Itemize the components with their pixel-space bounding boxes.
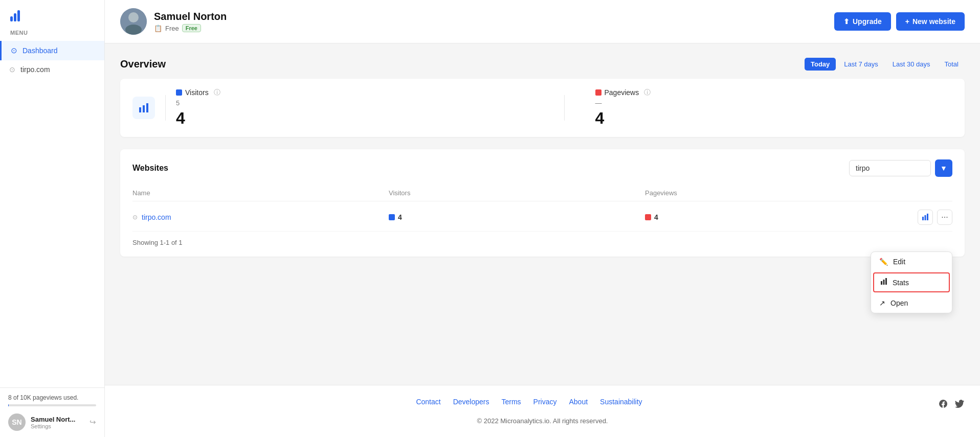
- more-icon: ···: [941, 213, 948, 221]
- new-website-label: New website: [912, 17, 955, 26]
- footer-link-privacy[interactable]: Privacy: [533, 398, 557, 406]
- logout-icon[interactable]: ↪: [90, 418, 96, 427]
- filter-30days[interactable]: Last 30 days: [886, 58, 937, 71]
- plan-icon: 📋: [154, 25, 162, 32]
- pageviews-cell: 4: [645, 213, 901, 221]
- visitors-value: 4: [176, 109, 533, 128]
- time-filters: Today Last 7 days Last 30 days Total: [805, 58, 965, 71]
- upgrade-icon: ⬆: [843, 17, 850, 26]
- visitors-info-icon[interactable]: ⓘ: [214, 88, 220, 97]
- svg-rect-8: [927, 214, 928, 220]
- websites-title: Websites: [132, 164, 168, 173]
- showing-label: Showing 1-1 of 1: [132, 239, 952, 246]
- stats-card-icon: [132, 97, 155, 119]
- svg-point-1: [128, 12, 139, 22]
- upgrade-button[interactable]: ⬆ Upgrade: [834, 12, 891, 31]
- svg-point-2: [125, 25, 142, 35]
- user-name: Samuel Nort...: [31, 416, 84, 423]
- settings-link[interactable]: Settings: [31, 423, 84, 429]
- svg-rect-6: [922, 217, 924, 220]
- svg-rect-3: [139, 107, 141, 112]
- footer-link-terms[interactable]: Terms: [501, 398, 521, 406]
- footer-link-sustainability[interactable]: Sustainability: [600, 398, 642, 406]
- table-row: ⊙ tirpo.com 4 4: [132, 203, 952, 232]
- tirpo-icon: ⊙: [9, 65, 15, 74]
- filter-today[interactable]: Today: [805, 58, 836, 71]
- svg-rect-7: [925, 215, 926, 220]
- header-user: Samuel Norton 📋 Free Free: [120, 8, 227, 35]
- website-icon: ⊙: [132, 214, 138, 221]
- visitors-label-text: Visitors: [185, 88, 209, 97]
- footer-link-contact[interactable]: Contact: [416, 398, 440, 406]
- footer-links: Contact Developers Terms Privacy About S…: [416, 398, 642, 406]
- avatar-svg: [120, 8, 147, 35]
- visitors-stat: Visitors ⓘ 5 4: [176, 88, 533, 128]
- sidebar-item-tirpo[interactable]: ⊙ tirpo.com: [0, 60, 104, 79]
- website-name-cell[interactable]: ⊙ tirpo.com: [132, 213, 389, 221]
- edit-label: Edit: [893, 258, 905, 266]
- stats-label: Stats: [893, 279, 909, 287]
- stats-divider-2: [564, 95, 565, 121]
- svg-rect-5: [146, 103, 148, 112]
- svg-rect-10: [883, 280, 885, 285]
- pageviews-info-icon[interactable]: ⓘ: [644, 88, 651, 97]
- new-website-button[interactable]: + New website: [896, 12, 965, 31]
- visitors-cell: 4: [389, 213, 645, 221]
- header: Samuel Norton 📋 Free Free ⬆ Upgrade + Ne…: [105, 0, 980, 43]
- stats-card: Visitors ⓘ 5 4 Pageviews ⓘ — 4: [120, 79, 965, 137]
- visitors-val: 4: [398, 213, 402, 221]
- stats-action-button[interactable]: [918, 210, 933, 225]
- pageviews-dot: [595, 89, 602, 96]
- footer-link-about[interactable]: About: [569, 398, 588, 406]
- header-user-details: Samuel Norton 📋 Free Free: [154, 11, 227, 32]
- filter-7days[interactable]: Last 7 days: [838, 58, 884, 71]
- open-label: Open: [890, 299, 908, 307]
- visitors-dot: [176, 89, 182, 96]
- twitter-icon[interactable]: [954, 399, 965, 411]
- table-header: Name Visitors Pageviews: [132, 185, 952, 201]
- svg-rect-11: [885, 278, 887, 285]
- facebook-icon[interactable]: [938, 399, 948, 411]
- dropdown-edit[interactable]: ✏️ Edit: [871, 252, 952, 271]
- more-actions-button[interactable]: ···: [937, 210, 952, 225]
- pageviews-label-text: Pageviews: [605, 88, 639, 97]
- pageviews-sub: —: [595, 99, 953, 107]
- filter-button[interactable]: ▼: [935, 159, 952, 177]
- sidebar-footer: 8 of 10K pageviews used. SN Samuel Nort.…: [0, 387, 104, 437]
- plus-icon: +: [905, 17, 909, 26]
- plan-badge: Free: [182, 24, 201, 32]
- footer-link-developers[interactable]: Developers: [453, 398, 489, 406]
- progress-bar-bg: [8, 404, 96, 406]
- visitors-label: Visitors ⓘ: [176, 88, 533, 97]
- stats-small-icon: [880, 278, 887, 285]
- bar-chart-icon: [138, 102, 149, 113]
- stats-divider: [165, 95, 166, 121]
- websites-card: Websites ▼ Name Visitors Pageviews ⊙ tir…: [120, 149, 965, 257]
- filter-total[interactable]: Total: [939, 58, 965, 71]
- dropdown-stats[interactable]: Stats: [873, 272, 950, 292]
- overview-section-header: Overview Today Last 7 days Last 30 days …: [120, 58, 965, 71]
- svg-rect-4: [143, 105, 145, 112]
- sidebar-item-label-tirpo: tirpo.com: [20, 65, 50, 74]
- websites-header: Websites ▼: [132, 159, 952, 177]
- visitors-sub: 5: [176, 99, 533, 107]
- pageviews-stat: Pageviews ⓘ — 4: [595, 88, 953, 128]
- sidebar-item-dashboard[interactable]: ⊙ Dashboard: [0, 41, 104, 60]
- header-name: Samuel Norton: [154, 11, 227, 22]
- logo-bar-2: [14, 13, 16, 21]
- stat-group: Visitors ⓘ 5 4 Pageviews ⓘ — 4: [176, 88, 952, 128]
- bar-chart-small-icon: [922, 214, 929, 221]
- dropdown-menu: ✏️ Edit Stats ↗ Open: [871, 251, 952, 313]
- footer-bottom: Contact Developers Terms Privacy About S…: [120, 398, 965, 412]
- website-name: tirpo.com: [142, 213, 171, 221]
- dropdown-open[interactable]: ↗ Open: [871, 293, 952, 313]
- filter-icon: ▼: [940, 164, 947, 172]
- footer-social: [938, 399, 965, 411]
- sidebar-nav: ⊙ Dashboard ⊙ tirpo.com: [0, 41, 104, 387]
- pageviews-used-label: 8 of 10K pageviews used.: [8, 394, 96, 401]
- col-actions: [901, 189, 952, 197]
- open-icon: ↗: [879, 299, 885, 307]
- search-input[interactable]: [849, 160, 931, 176]
- table-actions: ···: [901, 210, 952, 225]
- user-info: SN Samuel Nort... Settings ↪: [8, 413, 96, 431]
